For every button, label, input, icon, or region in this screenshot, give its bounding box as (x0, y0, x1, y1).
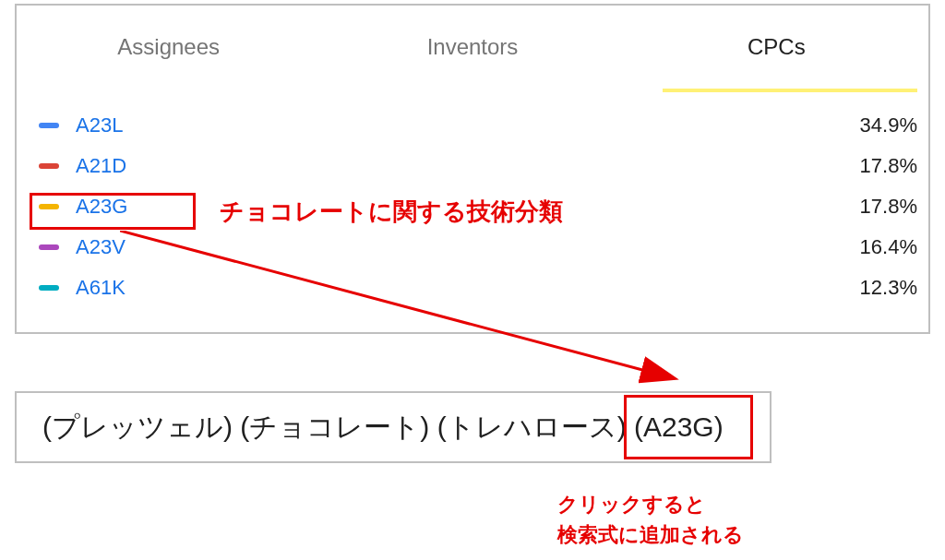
cpc-code-link[interactable]: A61K (76, 276, 126, 300)
legend-swatch (39, 123, 59, 128)
annotation-line: クリックすると (557, 493, 706, 516)
tab-inventors[interactable]: Inventors (320, 6, 624, 89)
legend-swatch (39, 163, 59, 169)
cpc-percent: 17.8% (860, 195, 917, 219)
tabs: Assignees Inventors CPCs (17, 6, 928, 89)
cpc-code-link[interactable]: A23V (76, 235, 126, 259)
cpc-row: A61K 12.3% (39, 268, 917, 308)
search-query-bar[interactable]: (プレッツェル) (チョコレート) (トレハロース) (A23G) (15, 391, 772, 463)
search-query-text: (プレッツェル) (チョコレート) (トレハロース) (A23G) (42, 409, 724, 447)
cpc-panel: Assignees Inventors CPCs A23L 34.9% A21D… (15, 4, 930, 334)
annotation-line: 検索式に追加される (557, 523, 744, 546)
annotation-label: チョコレートに関する技術分類 (220, 196, 563, 228)
cpc-code-link[interactable]: A23L (76, 113, 123, 137)
cpc-code-link[interactable]: A21D (76, 154, 126, 178)
query-term: (A23G) (634, 411, 724, 442)
cpc-percent: 34.9% (860, 113, 917, 137)
cpc-row: A23L 34.9% (39, 105, 917, 146)
tab-assignees[interactable]: Assignees (17, 6, 320, 89)
annotation-label-2: クリックすると 検索式に追加される (557, 489, 744, 550)
cpc-percent: 12.3% (860, 276, 917, 300)
query-term: (チョコレート) (240, 411, 437, 442)
query-term: (トレハロース) (437, 411, 634, 442)
cpc-row: A21D 17.8% (39, 146, 917, 186)
tab-cpcs[interactable]: CPCs (625, 6, 928, 89)
cpc-row: A23V 16.4% (39, 227, 917, 268)
legend-swatch (39, 244, 59, 250)
cpc-code-link[interactable]: A23G (76, 195, 127, 219)
cpc-percent: 16.4% (860, 235, 917, 259)
cpc-percent: 17.8% (860, 154, 917, 178)
legend-swatch (39, 285, 59, 291)
legend-swatch (39, 204, 59, 209)
query-term: (プレッツェル) (42, 411, 240, 442)
tab-underline (663, 89, 917, 92)
